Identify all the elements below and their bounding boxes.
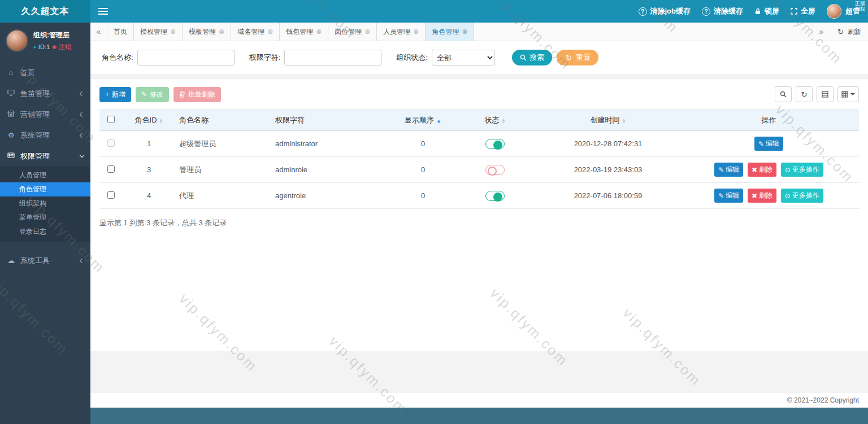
bottom-strip bbox=[90, 408, 868, 424]
roles-table: 角色ID▲▼ 角色名称 权限字符 显示顺序▲ 状态▲▼ 创建时间▲▼ bbox=[99, 110, 859, 209]
row-more-button[interactable]: ⊙ 更多操作 bbox=[781, 163, 823, 177]
toggle-search-button[interactable] bbox=[775, 86, 792, 102]
profile-id: ID:1 bbox=[38, 43, 50, 50]
permissions-submenu: 人员管理 角色管理 组织架构 菜单管理 登录日志 bbox=[0, 167, 90, 242]
monitor-icon bbox=[7, 89, 15, 98]
close-icon[interactable]: ⊗ bbox=[364, 28, 370, 36]
sidebar-item-roles[interactable]: 角色管理 bbox=[0, 182, 90, 196]
chevron-left-icon bbox=[80, 112, 84, 116]
tab-wallet[interactable]: 钱包管理 ⊗ bbox=[280, 23, 328, 41]
sidebar-item-system[interactable]: ⚙ 系统管理 bbox=[0, 125, 90, 146]
status-toggle[interactable] bbox=[485, 165, 505, 175]
sidebar-item-org-structure[interactable]: 组织架构 bbox=[0, 196, 90, 211]
sidebar-item-fishery[interactable]: 鱼苗管理 bbox=[0, 83, 90, 104]
pencil-icon: ✎ bbox=[718, 192, 724, 200]
row-checkbox[interactable] bbox=[107, 165, 115, 173]
sidebar-item-label: 权限管理 bbox=[20, 151, 75, 161]
close-icon[interactable]: ⊗ bbox=[316, 28, 322, 36]
cell-perm: adminrole bbox=[272, 157, 393, 183]
trash-icon bbox=[179, 91, 185, 98]
cell-created: 2022-07-06 18:00:59 bbox=[537, 183, 679, 209]
row-delete-button[interactable]: ✖ 删除 bbox=[748, 163, 776, 177]
select-all-checkbox[interactable] bbox=[107, 116, 115, 123]
toggle-view-button[interactable] bbox=[817, 86, 834, 102]
tabs-scroll-right-button[interactable]: » bbox=[813, 23, 830, 41]
lock-screen-button[interactable]: 锁屏 bbox=[754, 6, 779, 16]
sidebar-item-tools[interactable]: ☁ 系统工具 bbox=[0, 250, 90, 271]
refresh-table-button[interactable]: ↻ bbox=[796, 86, 813, 102]
pencil-icon: ✎ bbox=[141, 90, 147, 98]
col-header-role-id[interactable]: 角色ID▲▼ bbox=[122, 110, 176, 131]
cell-role-name: 超级管理员 bbox=[176, 131, 272, 157]
batch-delete-button[interactable]: 批量删除 bbox=[173, 87, 221, 102]
tab-domains[interactable]: 域名管理 ⊗ bbox=[231, 23, 280, 41]
status-toggle[interactable] bbox=[485, 191, 505, 201]
tab-positions[interactable]: 岗位管理 ⊗ bbox=[328, 23, 377, 41]
table-row: 4 代理 agentrole 0 2022-07-06 18:00:59 ✎ 编… bbox=[99, 183, 859, 209]
col-header-role-name[interactable]: 角色名称 bbox=[176, 110, 272, 131]
perm-string-input[interactable] bbox=[284, 50, 381, 65]
col-header-created[interactable]: 创建时间▲▼ bbox=[537, 110, 679, 131]
close-icon[interactable]: ⊗ bbox=[219, 28, 224, 36]
refresh-icon: ↻ bbox=[801, 90, 808, 99]
row-edit-button[interactable]: ✎ 编辑 bbox=[754, 137, 783, 151]
refresh-tab-button[interactable]: ↻ 刷新 bbox=[830, 23, 868, 41]
sidebar-item-label: 首页 bbox=[20, 68, 84, 78]
close-icon[interactable]: ⊗ bbox=[267, 28, 273, 36]
sidebar-item-personnel[interactable]: 人员管理 bbox=[0, 168, 90, 182]
sort-asc-icon: ▲ bbox=[436, 118, 441, 124]
columns-dropdown-button[interactable] bbox=[837, 86, 859, 102]
tab-roles[interactable]: 角色管理 ⊗ bbox=[426, 23, 474, 41]
sidebar-item-label: 鱼苗管理 bbox=[20, 89, 75, 99]
body-row: 组织:管理层 ● ID:1 ◉ 注销 ⌂ 首页 bbox=[0, 23, 868, 424]
cell-role-name: 管理员 bbox=[176, 157, 272, 183]
row-edit-button[interactable]: ✎ 编辑 bbox=[714, 163, 743, 177]
row-edit-button[interactable]: ✎ 编辑 bbox=[714, 189, 743, 203]
tabs-scroll-left-button[interactable]: « bbox=[90, 23, 107, 41]
reset-button[interactable]: ↻ 重置 bbox=[557, 50, 598, 65]
tab-label: 授权管理 bbox=[140, 27, 167, 37]
tab-label: 角色管理 bbox=[432, 27, 459, 37]
close-icon[interactable]: ⊗ bbox=[413, 28, 419, 36]
app-logo: 久久超文本 bbox=[0, 0, 90, 23]
col-header-status[interactable]: 状态▲▼ bbox=[453, 110, 537, 131]
col-header-order[interactable]: 显示顺序▲ bbox=[393, 110, 453, 131]
store-icon bbox=[7, 110, 15, 119]
col-header-ops: 操作 bbox=[679, 110, 859, 131]
org-status-select[interactable]: 全部 bbox=[432, 50, 495, 65]
row-checkbox[interactable] bbox=[107, 191, 115, 199]
sidebar-item-home[interactable]: ⌂ 首页 bbox=[0, 62, 90, 83]
list-view-icon bbox=[822, 91, 828, 98]
edit-button[interactable]: ✎ 修改 bbox=[136, 87, 169, 102]
clear-job-cache-button[interactable]: ? 清除job缓存 bbox=[639, 6, 691, 16]
sidebar-item-login-log[interactable]: 登录日志 bbox=[0, 225, 90, 239]
add-button[interactable]: + 新增 bbox=[99, 87, 131, 102]
row-more-button[interactable]: ⊙ 更多操作 bbox=[781, 189, 823, 203]
tab-personnel[interactable]: 人员管理 ⊗ bbox=[377, 23, 426, 41]
tab-templates[interactable]: 模板管理 ⊗ bbox=[183, 23, 231, 41]
menu-toggle-icon[interactable] bbox=[98, 8, 108, 15]
tab-home[interactable]: 首页 bbox=[107, 23, 134, 41]
tab-label: 首页 bbox=[114, 27, 127, 37]
fullscreen-button[interactable]: 全屏 bbox=[791, 6, 815, 16]
search-button[interactable]: 搜索 bbox=[512, 50, 552, 65]
avatar[interactable] bbox=[6, 29, 28, 52]
close-icon[interactable]: ⊗ bbox=[462, 28, 467, 36]
status-toggle[interactable] bbox=[485, 139, 505, 149]
sidebar-item-menu-mgmt[interactable]: 菜单管理 bbox=[0, 211, 90, 225]
tab-authorization[interactable]: 授权管理 ⊗ bbox=[134, 23, 183, 41]
tab-label: 人员管理 bbox=[383, 27, 410, 37]
toolbar-right: ↻ bbox=[775, 86, 859, 102]
col-header-perm[interactable]: 权限字符 bbox=[272, 110, 393, 131]
cell-order: 0 bbox=[393, 131, 453, 157]
clear-cache-button[interactable]: ? 清除缓存 bbox=[702, 6, 743, 16]
batch-delete-label: 批量删除 bbox=[188, 90, 215, 99]
row-delete-button[interactable]: ✖ 删除 bbox=[748, 189, 776, 203]
clear-job-cache-label: 清除job缓存 bbox=[650, 6, 691, 16]
close-icon[interactable]: ⊗ bbox=[170, 28, 176, 36]
sidebar-item-marketing[interactable]: 营销管理 bbox=[0, 104, 90, 125]
sidebar-item-permissions[interactable]: 权限管理 bbox=[0, 146, 90, 167]
cell-role-id: 4 bbox=[122, 183, 176, 209]
role-name-input[interactable] bbox=[137, 50, 235, 65]
logout-link[interactable]: 注销 bbox=[59, 43, 71, 51]
